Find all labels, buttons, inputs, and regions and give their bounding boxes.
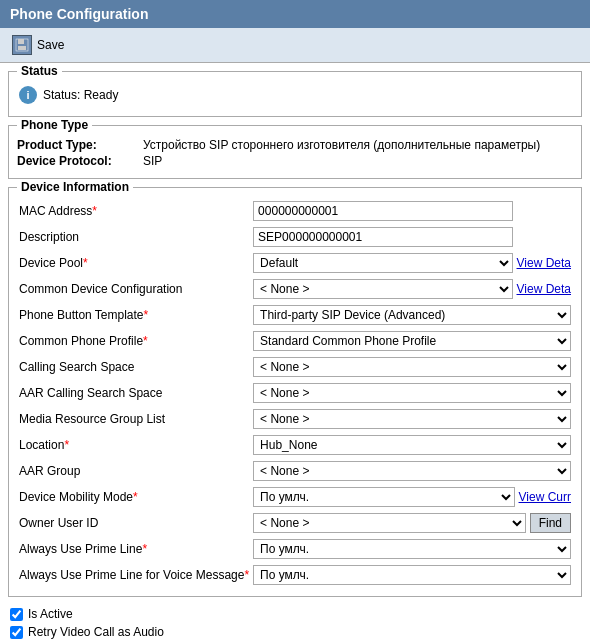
device-info-section-title: Device Information [17, 180, 133, 194]
field-label-11: Device Mobility Mode* [17, 484, 251, 510]
table-row: Common Phone Profile*Standard Common Pho… [17, 328, 573, 354]
field-value-8: < None > [251, 406, 573, 432]
find-button[interactable]: Find [530, 513, 571, 533]
select-common-phone-profile[interactable]: Standard Common Phone Profile [253, 331, 571, 351]
field-label-8: Media Resource Group List [17, 406, 251, 432]
field-value-11: По умлч.View Curr [251, 484, 573, 510]
input-mac-address[interactable] [253, 201, 513, 221]
field-value-10: < None > [251, 458, 573, 484]
required-star: * [83, 256, 88, 270]
field-label-7: AAR Calling Search Space [17, 380, 251, 406]
product-type-value: Устройство SIP стороннего изготовителя (… [143, 138, 540, 152]
field-value-0 [251, 198, 573, 224]
select-calling-search-space[interactable]: < None > [253, 357, 571, 377]
svg-rect-1 [18, 39, 24, 44]
view-details-link[interactable]: View Deta [517, 282, 571, 296]
field-value-7: < None > [251, 380, 573, 406]
table-row: Always Use Prime Line*По умлч. [17, 536, 573, 562]
field-label-12: Owner User ID [17, 510, 251, 536]
table-row: Phone Button Template*Third-party SIP De… [17, 302, 573, 328]
field-label-0: MAC Address* [17, 198, 251, 224]
field-label-9: Location* [17, 432, 251, 458]
table-row: Device Pool*DefaultView Deta [17, 250, 573, 276]
select-common-device-configuration[interactable]: < None > [253, 279, 512, 299]
field-value-4: Third-party SIP Device (Advanced) [251, 302, 573, 328]
device-protocol-label: Device Protocol: [17, 154, 137, 168]
field-label-2: Device Pool* [17, 250, 251, 276]
required-star: * [144, 308, 149, 322]
field-value-9: Hub_None [251, 432, 573, 458]
table-row: Common Device Configuration< None >View … [17, 276, 573, 302]
view-details-link[interactable]: View Curr [519, 490, 571, 504]
select-always-use-prime-line[interactable]: По умлч. [253, 539, 571, 559]
device-protocol-value: SIP [143, 154, 162, 168]
phone-type-section: Phone Type Product Type: Устройство SIP … [8, 125, 582, 179]
checkbox-row-1: Retry Video Call as Audio [10, 623, 582, 639]
required-star: * [142, 542, 147, 556]
field-value-14: По умлч. [251, 562, 573, 588]
select-media-resource-group-list[interactable]: < None > [253, 409, 571, 429]
required-star: * [64, 438, 69, 452]
field-label-14: Always Use Prime Line for Voice Message* [17, 562, 251, 588]
select-aar-group[interactable]: < None > [253, 461, 571, 481]
select-device-pool[interactable]: Default [253, 253, 512, 273]
table-row: MAC Address* [17, 198, 573, 224]
status-section: Status i Status: Ready [8, 71, 582, 117]
field-label-13: Always Use Prime Line* [17, 536, 251, 562]
required-star: * [92, 204, 97, 218]
view-details-link[interactable]: View Deta [517, 256, 571, 270]
info-icon: i [19, 86, 37, 104]
table-row: Calling Search Space< None > [17, 354, 573, 380]
required-star: * [143, 334, 148, 348]
save-label: Save [37, 38, 64, 52]
phone-type-section-title: Phone Type [17, 118, 92, 132]
field-label-6: Calling Search Space [17, 354, 251, 380]
field-value-12: < None >Find [251, 510, 573, 536]
field-label-4: Phone Button Template* [17, 302, 251, 328]
device-info-table: MAC Address*DescriptionDevice Pool*Defau… [17, 198, 573, 588]
field-value-5: Standard Common Phone Profile [251, 328, 573, 354]
select-location[interactable]: Hub_None [253, 435, 571, 455]
field-value-6: < None > [251, 354, 573, 380]
select-always-use-prime-line-for-voice-message[interactable]: По умлч. [253, 565, 571, 585]
checkbox-retry-video-call-as-audio[interactable] [10, 626, 23, 639]
table-row: Location*Hub_None [17, 432, 573, 458]
checkboxes-section: Is ActiveRetry Video Call as AudioIgnore… [8, 605, 582, 639]
toolbar: Save [0, 28, 590, 63]
field-value-2: DefaultView Deta [251, 250, 573, 276]
checkbox-is-active[interactable] [10, 608, 23, 621]
checkbox-label-1: Retry Video Call as Audio [28, 625, 164, 639]
status-row: i Status: Ready [17, 82, 573, 108]
table-row: AAR Calling Search Space< None > [17, 380, 573, 406]
required-star: * [244, 568, 249, 582]
page-header: Phone Configuration [0, 0, 590, 28]
select-device-mobility-mode[interactable]: По умлч. [253, 487, 514, 507]
field-label-10: AAR Group [17, 458, 251, 484]
product-type-row: Product Type: Устройство SIP стороннего … [17, 138, 573, 152]
device-protocol-row: Device Protocol: SIP [17, 154, 573, 168]
status-text: Status: Ready [43, 88, 118, 102]
page-title: Phone Configuration [10, 6, 148, 22]
table-row: Media Resource Group List< None > [17, 406, 573, 432]
select-owner-user-id[interactable]: < None > [253, 513, 526, 533]
table-row: AAR Group< None > [17, 458, 573, 484]
product-type-label: Product Type: [17, 138, 137, 152]
table-row: Device Mobility Mode*По умлч.View Curr [17, 484, 573, 510]
save-icon [12, 35, 32, 55]
input-description[interactable] [253, 227, 513, 247]
device-info-section: Device Information MAC Address*Descripti… [8, 187, 582, 597]
select-aar-calling-search-space[interactable]: < None > [253, 383, 571, 403]
save-button[interactable]: Save [8, 33, 68, 57]
status-section-title: Status [17, 64, 62, 78]
table-row: Owner User ID< None >Find [17, 510, 573, 536]
svg-rect-2 [18, 46, 26, 50]
table-row: Description [17, 224, 573, 250]
field-label-3: Common Device Configuration [17, 276, 251, 302]
required-star: * [133, 490, 138, 504]
checkbox-row-0: Is Active [10, 605, 582, 623]
checkbox-label-0: Is Active [28, 607, 73, 621]
select-phone-button-template[interactable]: Third-party SIP Device (Advanced) [253, 305, 571, 325]
field-label-1: Description [17, 224, 251, 250]
field-value-1 [251, 224, 573, 250]
field-value-13: По умлч. [251, 536, 573, 562]
